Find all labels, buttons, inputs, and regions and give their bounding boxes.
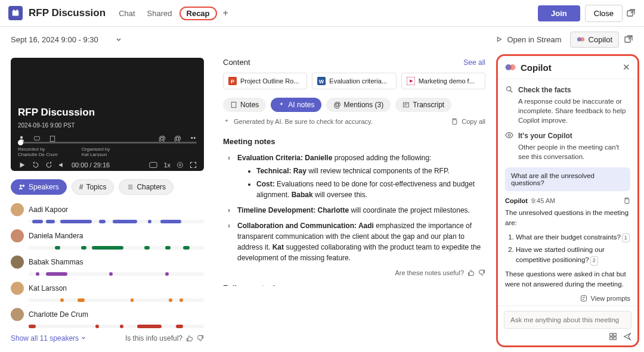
speaker-timeline[interactable] [29, 298, 204, 302]
meeting-notes-heading: Meeting notes [223, 136, 485, 148]
your-copilot-body: Other people in the meeting can't see th… [518, 144, 619, 160]
check-facts-title: Check the facts [518, 85, 630, 95]
thumbs-up-icon[interactable] [467, 269, 475, 276]
copilot-panel: Copilot ✕ Check the facts A response cou… [496, 54, 639, 347]
settings-icon[interactable] [177, 161, 184, 169]
copilot-toggle-button[interactable]: Copilot [570, 32, 619, 48]
ai-notes-tab[interactable]: AI notes [271, 98, 321, 112]
tab-recap[interactable]: Recap [179, 7, 217, 20]
show-all-row: Show all 11 speakers Is this info useful… [11, 334, 204, 342]
speaker-row[interactable]: Charlotte De Crum [11, 308, 204, 321]
reference-badge[interactable]: 1 [622, 233, 630, 243]
svg-point-32 [508, 134, 510, 136]
mentions-tab[interactable]: @ Mentions (3) [326, 98, 391, 112]
grid-icon[interactable] [609, 332, 617, 341]
copilot-author: Copilot [505, 197, 528, 204]
skip-back-icon[interactable] [32, 161, 39, 169]
video-time: 00:00 / 29:16 [72, 161, 110, 169]
open-in-stream-link[interactable]: Open in Stream [495, 35, 561, 44]
date-dropdown[interactable]: Sept 16, 2024 9:00 - 9:30 [11, 35, 122, 44]
svg-rect-9 [35, 136, 40, 140]
copy-icon[interactable] [623, 197, 630, 204]
notes-useful-label: Are these notes useful? [395, 268, 464, 278]
play-icon[interactable] [18, 161, 26, 169]
subheader: Sept 16, 2024 9:00 - 9:30 Open in Stream… [0, 27, 644, 52]
popout-icon-2[interactable] [624, 35, 633, 44]
notes-tab[interactable]: Notes [223, 98, 266, 112]
your-copilot-title: It's your Copilot [518, 131, 630, 141]
header-tabs: Chat Shared Recap + [114, 7, 232, 20]
note-item: Collaboration and Communication: Aadi em… [227, 220, 485, 263]
thumbs-down-icon[interactable] [478, 269, 485, 276]
speaker-timeline[interactable] [29, 220, 204, 223]
transcript-tab[interactable]: Transcript [395, 98, 451, 112]
close-button[interactable]: Close [585, 5, 623, 22]
avatar [11, 282, 24, 295]
svg-point-11 [191, 137, 193, 139]
svg-point-17 [178, 163, 183, 168]
close-icon[interactable]: ✕ [623, 62, 630, 73]
notes-body: Meeting notes Evaluation Criteria: Danie… [223, 131, 485, 286]
svg-rect-3 [627, 11, 633, 16]
speaker-row[interactable]: Daniela Mandera [11, 229, 204, 242]
fullscreen-icon[interactable] [190, 161, 197, 169]
add-tab-button[interactable]: + [219, 8, 232, 18]
skip-fwd-icon[interactable] [45, 161, 52, 169]
svg-rect-36 [614, 334, 616, 336]
speed-label[interactable]: 1x [163, 161, 171, 169]
speaker-timeline[interactable] [29, 272, 204, 276]
topics-filter[interactable]: # Topics [72, 179, 114, 195]
speaker-timeline[interactable] [29, 246, 204, 250]
view-prompts-link[interactable]: View prompts [498, 291, 637, 306]
thumbs-up-icon[interactable] [186, 335, 193, 342]
note-subitem: Cost: Evaluations need to be done for co… [256, 179, 485, 200]
speaker-name: Aadi Kapoor [29, 205, 68, 214]
speaker-timeline[interactable] [29, 325, 204, 328]
speakers-filter[interactable]: Speakers [11, 179, 67, 195]
speaker-row[interactable]: Aadi Kapoor [11, 203, 204, 216]
copilot-input[interactable] [504, 311, 631, 329]
eye-icon [505, 131, 513, 161]
speaker-name: Kat Larsson [29, 284, 67, 292]
svg-point-31 [507, 87, 511, 91]
note-icon [230, 101, 237, 108]
svg-marker-13 [20, 163, 25, 168]
copilot-body: Check the facts A response could be inac… [498, 79, 637, 291]
svg-rect-7 [625, 37, 630, 42]
svg-rect-26 [231, 102, 236, 108]
video-progress-bar[interactable] [18, 142, 197, 144]
sparkle-icon [278, 101, 285, 108]
svg-text:P: P [231, 79, 234, 85]
file-chip-doc[interactable]: W Evaluation criteria... [312, 73, 396, 89]
send-icon[interactable] [623, 332, 631, 341]
copilot-title: Copilot [521, 63, 618, 73]
chapters-filter[interactable]: Chapters [119, 179, 174, 195]
svg-point-6 [580, 38, 584, 42]
speaker-row[interactable]: Kat Larsson [11, 282, 204, 295]
file-chip-ppt[interactable]: P Project Outline Ro... [223, 73, 307, 89]
show-all-speakers-link[interactable]: Show all 11 speakers [11, 334, 86, 342]
svg-point-19 [22, 185, 24, 187]
cc-icon[interactable] [149, 161, 157, 169]
copilot-msg-time: 9:45 AM [531, 197, 555, 204]
avatar [11, 229, 24, 242]
reference-badge[interactable]: 2 [590, 256, 598, 266]
svg-point-16 [179, 164, 181, 166]
copy-all-button[interactable]: Copy all [451, 118, 485, 125]
see-all-link[interactable]: See all [463, 58, 485, 67]
speaker-row[interactable]: Babak Shammas [11, 256, 204, 269]
app-icon [8, 6, 23, 20]
video-file-icon [407, 77, 415, 85]
user-prompt-bubble: What are all the unresolved questions? [505, 167, 630, 191]
speaker-name: Daniela Mandera [29, 232, 83, 240]
volume-icon[interactable] [58, 161, 66, 169]
popout-icon[interactable] [626, 8, 636, 18]
tab-chat[interactable]: Chat [114, 7, 140, 20]
content-title: Content [223, 58, 250, 67]
join-button[interactable]: Join [538, 5, 580, 21]
tab-shared[interactable]: Shared [143, 7, 177, 20]
left-column: RFP Discussion 2024-09-16 9:00 PST @ @ R… [0, 52, 215, 352]
video-player[interactable]: RFP Discussion 2024-09-16 9:00 PST @ @ R… [11, 58, 204, 171]
file-chip-video[interactable]: Marketing demo f... [401, 73, 485, 89]
thumbs-down-icon[interactable] [197, 335, 204, 342]
